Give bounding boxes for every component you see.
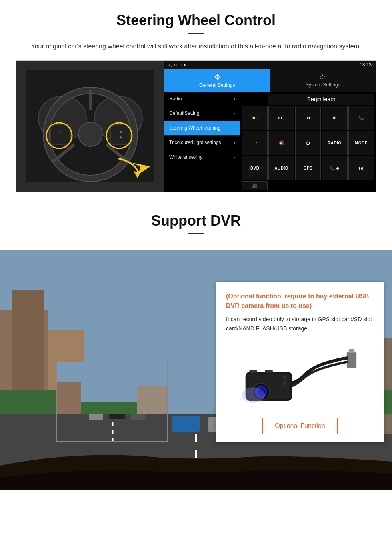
svg-rect-27 bbox=[172, 416, 200, 432]
gps-label: GPS bbox=[304, 166, 313, 170]
dvr-info-card: (Optional function, require to buy exter… bbox=[216, 282, 384, 443]
dvr-header: Support DVR bbox=[0, 200, 392, 250]
power-icon: ⏻ bbox=[306, 140, 310, 145]
android-ui-panel: ◁ ○ □ ▪ 13:13 ⚙ General Settings ⛭ Syste… bbox=[164, 61, 376, 192]
menu-item-steering[interactable]: Steering Wheel learning › bbox=[164, 121, 240, 136]
svg-point-52 bbox=[242, 387, 265, 403]
android-statusbar: ◁ ○ □ ▪ 13:13 bbox=[164, 61, 376, 69]
ctrl-btn-radio[interactable]: RADIO bbox=[322, 131, 347, 155]
menu-item-tricolour[interactable]: Tricoloured light settings › bbox=[164, 136, 240, 150]
ctrl-btn-next2[interactable]: ⏭ bbox=[348, 156, 374, 180]
recents-icon: □ bbox=[179, 62, 182, 68]
optional-function-button[interactable]: Optional Function bbox=[262, 418, 338, 434]
steering-section: Steering Wheel Control Your original car… bbox=[0, 0, 392, 200]
hangup-icon: ↩ bbox=[253, 140, 257, 146]
ctrl-btn-back[interactable]: ↩ bbox=[242, 131, 268, 155]
menu-icon: ▪ bbox=[184, 62, 186, 68]
svg-rect-45 bbox=[349, 349, 355, 353]
dvr-background-scene: (Optional function, require to buy exter… bbox=[0, 250, 392, 490]
tab-system-settings[interactable]: ⛭ System Settings bbox=[270, 69, 376, 92]
menu-item-steering-label: Steering Wheel learning bbox=[169, 125, 220, 132]
ctrl-btn-mode[interactable]: MODE bbox=[348, 131, 374, 155]
svg-rect-12 bbox=[110, 124, 130, 144]
chevron-right-icon: › bbox=[234, 96, 235, 102]
svg-rect-9 bbox=[50, 124, 70, 144]
ctrl-btn-vol-down[interactable]: ⏮− bbox=[268, 106, 294, 130]
control-button-grid: Begin learn ⏮+ ⏮− ⏮ ⏭ 📞 ↩ 🔇 ⏻ RADIO MODE bbox=[240, 92, 376, 192]
back-icon: ◁ bbox=[168, 62, 172, 68]
vol-down-icon: ⏮− bbox=[278, 115, 285, 120]
ctrl-btn-phone-prev[interactable]: 📞⏮ bbox=[322, 156, 347, 180]
mode-label: MODE bbox=[355, 141, 368, 145]
svg-text:⊕: ⊕ bbox=[119, 130, 122, 134]
home-icon: ○ bbox=[174, 62, 177, 68]
menu-item-default-label: DefaultSetting bbox=[169, 110, 199, 117]
ctrl-btn-dvd[interactable]: DVD bbox=[242, 156, 268, 180]
audio-label: AUDIO bbox=[274, 166, 288, 170]
next-icon: ⏭ bbox=[332, 115, 337, 120]
begin-learn-label: Begin learn bbox=[307, 96, 336, 102]
tab-system-label: System Settings bbox=[306, 82, 340, 88]
phone-prev-icon: 📞⏮ bbox=[330, 166, 340, 171]
svg-point-56 bbox=[283, 382, 286, 385]
tab-general-settings[interactable]: ⚙ General Settings bbox=[164, 69, 270, 92]
menu-item-default[interactable]: DefaultSetting › bbox=[164, 106, 240, 121]
ctrl-btn-camera[interactable]: 🎥 bbox=[242, 181, 268, 190]
phone-icon: 📞 bbox=[358, 115, 364, 120]
menu-item-whitelist[interactable]: Whitelist setting › bbox=[164, 150, 240, 165]
info-optional-text: (Optional function, require to buy exter… bbox=[226, 292, 374, 311]
statusbar-nav-icons: ◁ ○ □ ▪ bbox=[168, 62, 186, 68]
section2-title: Support DVR bbox=[16, 212, 376, 229]
svg-rect-44 bbox=[347, 352, 356, 368]
svg-point-8 bbox=[78, 122, 102, 146]
menu-item-radio[interactable]: Radio › bbox=[164, 92, 240, 107]
ctrl-btn-power[interactable]: ⏻ bbox=[295, 131, 321, 155]
mute-icon: 🔇 bbox=[279, 140, 284, 146]
svg-point-55 bbox=[283, 376, 286, 379]
tab-general-label: General Settings bbox=[199, 82, 235, 88]
statusbar-time: 13:13 bbox=[360, 62, 372, 68]
svg-rect-54 bbox=[265, 370, 272, 373]
svg-rect-53 bbox=[249, 370, 257, 373]
radio-label: RADIO bbox=[328, 141, 342, 145]
chevron-right-icon3: › bbox=[234, 126, 235, 131]
next2-icon: ⏭ bbox=[359, 166, 363, 170]
chevron-right-icon4: › bbox=[234, 140, 235, 146]
dvr-inset-svg bbox=[57, 362, 168, 442]
ctrl-btn-phone[interactable]: 📞 bbox=[348, 106, 374, 130]
svg-text:-: - bbox=[60, 136, 61, 139]
ctrl-btn-next[interactable]: ⏭ bbox=[322, 106, 347, 130]
dvr-camera-svg bbox=[226, 344, 374, 408]
steering-wheel-svg: + - ⊕ ⊗ bbox=[26, 70, 154, 182]
menu-item-radio-label: Radio bbox=[169, 96, 182, 102]
prev-icon: ⏮ bbox=[306, 115, 310, 120]
ctrl-btn-gps[interactable]: GPS bbox=[295, 156, 321, 180]
section1-description: Your original car's steering wheel contr… bbox=[24, 41, 368, 52]
svg-text:+: + bbox=[60, 130, 62, 134]
begin-learn-area: Begin learn bbox=[268, 94, 374, 105]
dvr-product-image bbox=[226, 340, 374, 412]
settings-menu-list: Radio › DefaultSetting › Steering Wheel … bbox=[164, 92, 240, 192]
steering-wheel-image: + - ⊕ ⊗ bbox=[16, 61, 164, 192]
svg-rect-42 bbox=[57, 382, 81, 414]
dvr-section: Support DVR bbox=[0, 200, 392, 490]
ctrl-btn-prev[interactable]: ⏮ bbox=[295, 106, 321, 130]
menu-buttons-area: Radio › DefaultSetting › Steering Wheel … bbox=[164, 92, 376, 192]
menu-item-tricolour-label: Tricoloured light settings bbox=[169, 140, 221, 146]
chevron-right-icon2: › bbox=[234, 111, 235, 116]
dvr-camera-inset bbox=[56, 362, 168, 442]
grid-empty-cell bbox=[242, 94, 268, 105]
steering-container: + - ⊕ ⊗ ◁ ○ bbox=[16, 60, 376, 192]
section1-title: Steering Wheel Control bbox=[16, 12, 376, 29]
svg-rect-43 bbox=[137, 386, 168, 414]
chevron-right-icon5: › bbox=[234, 155, 235, 160]
info-description-text: It can record video only to storage in G… bbox=[226, 315, 374, 334]
vol-up-icon: ⏮+ bbox=[251, 115, 258, 120]
section2-divider bbox=[188, 233, 204, 234]
ctrl-btn-mute[interactable]: 🔇 bbox=[268, 131, 294, 155]
section1-divider bbox=[188, 33, 204, 34]
settings-tabs: ⚙ General Settings ⛭ System Settings bbox=[164, 69, 376, 92]
ctrl-btn-vol-up[interactable]: ⏮+ bbox=[242, 106, 268, 130]
gear-icon: ⚙ bbox=[166, 73, 268, 82]
ctrl-btn-audio[interactable]: AUDIO bbox=[268, 156, 294, 180]
